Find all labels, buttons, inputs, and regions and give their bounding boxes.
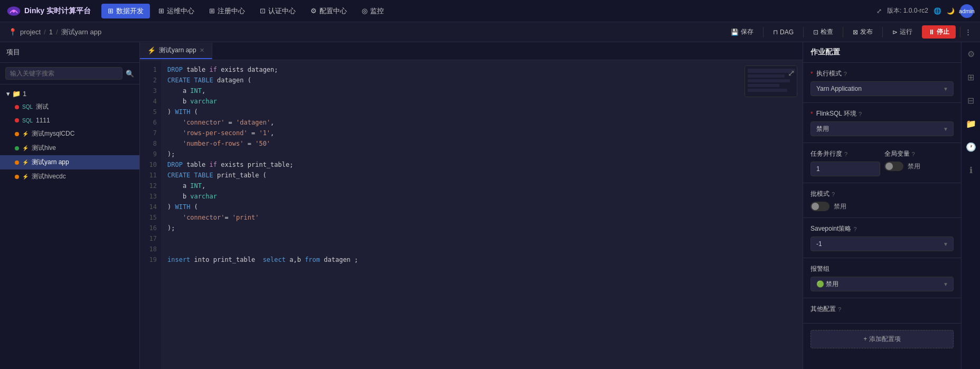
batch-mode-help-icon[interactable]: ? xyxy=(832,191,835,197)
exec-mode-select[interactable]: Local Standalone Yarn Session Yarn Appli… xyxy=(811,81,954,96)
folder-1[interactable]: ▾ 📁 1 xyxy=(0,88,139,100)
tree-item-1[interactable]: SQL 1111 xyxy=(0,114,139,127)
search-input[interactable] xyxy=(5,67,123,80)
run-button[interactable]: ⊳ 运行 xyxy=(887,25,918,39)
savepoint-help-icon[interactable]: ? xyxy=(853,226,856,232)
search-icon[interactable]: 🔍 xyxy=(126,70,134,78)
exec-mode-help-icon[interactable]: ? xyxy=(844,71,847,77)
add-config-button[interactable]: + 添加配置项 xyxy=(811,330,954,348)
globe-icon: 🌐 xyxy=(934,7,941,15)
parallel-section: 任务并行度 ? 全局变量 ? 禁用 xyxy=(803,143,961,183)
breadcrumb-bar: 📍 project / 1 / 测试yarn app 💾 保存 ⊓ DAG ⊡ … xyxy=(0,22,980,42)
nav-right: ⤢ 版本: 1.0.0-rc2 🌐 🌙 admin xyxy=(877,4,974,18)
stop-button[interactable]: ⏸ 停止 xyxy=(922,25,956,39)
nav-item-data-dev[interactable]: ⊞ 数据开发 xyxy=(101,4,150,18)
code-line-8: 'number-of-rows' = '50' xyxy=(167,138,796,149)
code-line-13: b varchar xyxy=(167,191,796,202)
status-dot-4 xyxy=(15,160,19,165)
svg-rect-4 xyxy=(748,79,790,82)
dag-icon: ⊓ xyxy=(773,29,778,36)
dag-button[interactable]: ⊓ DAG xyxy=(768,26,799,38)
line-numbers: 1 2 3 4 5 6 7 8 9 10 11 12 13 14 15 16 1… xyxy=(140,60,161,369)
logo-text: Dinky 实时计算平台 xyxy=(24,6,91,16)
code-line-6: 'connector' = 'datagen', xyxy=(167,117,796,128)
clock-strip-icon[interactable]: 🕐 xyxy=(964,139,978,154)
batch-mode-toggle[interactable] xyxy=(811,202,830,211)
tree-item-5[interactable]: ⚡ 测试hivecdc xyxy=(0,169,139,184)
theme-toggle-icon[interactable]: 🌙 xyxy=(947,7,955,15)
savepoint-select-wrapper: -1 0 1 2 xyxy=(811,236,954,251)
toolbar-right: 💾 保存 ⊓ DAG ⊡ 检查 ⊠ 发布 ⊳ 运行 ⏸ 停止 ⋮ xyxy=(725,25,972,39)
nav-item-ops[interactable]: ⊞ 运维中心 xyxy=(152,4,201,18)
grid-strip-icon[interactable]: ⊟ xyxy=(964,93,978,108)
savepoint-select[interactable]: -1 0 1 2 xyxy=(811,236,954,251)
flink-env-select-wrapper: 禁用 xyxy=(811,121,954,136)
file-tree: ▾ 📁 1 SQL 测试 SQL 1111 ⚡ 测试mysqlCDC xyxy=(0,84,139,369)
tree-item-3[interactable]: ⚡ 测试hive xyxy=(0,141,139,155)
more-icon[interactable]: ⋮ xyxy=(965,28,972,36)
code-editor[interactable]: DROP table if exists datagen; CREATE TAB… xyxy=(161,60,803,369)
table-strip-icon[interactable]: ⊞ xyxy=(964,70,978,84)
svg-rect-6 xyxy=(748,89,787,92)
parallel-help-icon[interactable]: ? xyxy=(844,151,847,157)
type-badge-5: ⚡ xyxy=(22,174,29,179)
nav-icon-monitor: ◎ xyxy=(362,7,368,15)
nav-item-auth[interactable]: ⊡ 认证中心 xyxy=(253,4,302,18)
nav-item-monitor[interactable]: ◎ 监控 xyxy=(355,4,390,18)
folder-arrow-icon: ▾ xyxy=(6,90,10,98)
nav-item-register[interactable]: ⊞ 注册中心 xyxy=(203,4,251,18)
breadcrumb-pin-icon: 📍 xyxy=(8,28,17,36)
tree-item-2[interactable]: ⚡ 测试mysqlCDC xyxy=(0,127,139,141)
settings-strip-icon[interactable]: ⚙ xyxy=(964,46,978,61)
info-strip-icon[interactable]: ℹ xyxy=(964,163,978,177)
status-dot-1 xyxy=(15,118,19,122)
logo: Dinky 实时计算平台 xyxy=(6,4,91,18)
type-badge-4: ⚡ xyxy=(22,159,29,165)
exec-mode-select-wrapper: Local Standalone Yarn Session Yarn Appli… xyxy=(811,81,954,96)
right-panel: 作业配置 * 执行模式 ? Local Standalone Yarn Sess… xyxy=(803,42,961,369)
code-line-4: b varchar xyxy=(167,96,796,107)
check-button[interactable]: ⊡ 检查 xyxy=(808,25,838,39)
code-line-10: DROP table if exists print_table; xyxy=(167,159,796,170)
icon-strip: ⚙ ⊞ ⊟ 📁 🕐 ℹ xyxy=(961,42,980,369)
flink-env-help-icon[interactable]: ? xyxy=(859,111,862,117)
editor-content: 1 2 3 4 5 6 7 8 9 10 11 12 13 14 15 16 1… xyxy=(140,60,803,369)
folder-strip-icon[interactable]: 📁 xyxy=(964,116,978,131)
stop-icon: ⏸ xyxy=(928,29,935,36)
save-button[interactable]: 💾 保存 xyxy=(725,25,759,39)
main-layout: 项目 🔍 ▾ 📁 1 SQL 测试 SQL 1111 xyxy=(0,42,980,369)
nav-item-config[interactable]: ⚙ 配置中心 xyxy=(304,4,353,18)
global-var-toggle[interactable] xyxy=(884,162,903,171)
expand-icon: ⤢ xyxy=(877,7,882,15)
tab-close-button[interactable]: ✕ xyxy=(200,47,204,54)
tree-item-4[interactable]: ⚡ 测试yarn app xyxy=(0,155,139,169)
expand-icon[interactable]: ⤢ xyxy=(788,68,795,78)
code-line-16: ); xyxy=(167,223,796,233)
svg-rect-5 xyxy=(748,84,779,87)
code-line-9: ); xyxy=(167,149,796,159)
task-parallel-input[interactable] xyxy=(811,162,880,176)
search-box: 🔍 xyxy=(0,63,139,84)
code-line-3: a INT, xyxy=(167,86,796,96)
nav-items: ⊞ 数据开发 ⊞ 运维中心 ⊞ 注册中心 ⊡ 认证中心 ⚙ 配置中心 ◎ 监控 xyxy=(101,4,877,18)
alert-group-select-wrapper: 🟢 禁用 xyxy=(811,277,954,291)
status-dot-0 xyxy=(15,105,19,109)
divider-4 xyxy=(882,27,883,37)
code-line-19: insert into print_table select a,b from … xyxy=(167,254,796,265)
global-var-help-icon[interactable]: ? xyxy=(912,151,915,157)
divider-3 xyxy=(843,27,843,37)
exec-mode-section: * 执行模式 ? Local Standalone Yarn Session Y… xyxy=(803,63,961,103)
preview-thumbnail: ⤢ xyxy=(745,65,797,97)
type-badge-3: ⚡ xyxy=(22,145,29,151)
flink-env-select[interactable]: 禁用 xyxy=(811,121,954,136)
tab-yarn-app[interactable]: ⚡ 测试yarn app ✕ xyxy=(140,43,212,59)
flink-env-section: * FlinkSQL 环境 ? 禁用 xyxy=(803,103,961,143)
other-config-help-icon[interactable]: ? xyxy=(838,306,841,313)
divider-5 xyxy=(960,27,960,37)
code-line-11: CREATE TABLE print_table ( xyxy=(167,170,796,181)
publish-button[interactable]: ⊠ 发布 xyxy=(847,25,878,39)
avatar[interactable]: admin xyxy=(960,4,974,18)
alert-group-select[interactable]: 🟢 禁用 xyxy=(811,277,954,291)
type-badge-0: SQL xyxy=(22,104,33,110)
tree-item-0[interactable]: SQL 测试 xyxy=(0,100,139,114)
